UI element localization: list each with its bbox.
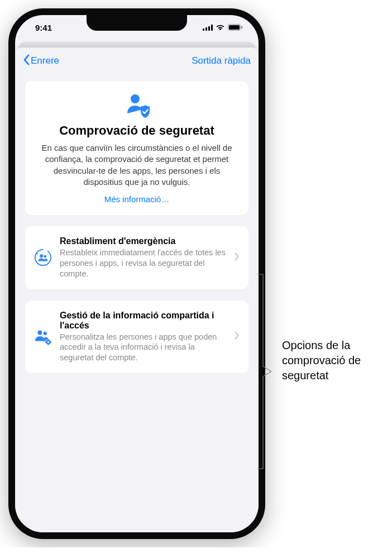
more-info-link[interactable]: Més informació… — [36, 194, 237, 204]
modal-sheet: Enrere Sortida ràpida — [15, 47, 259, 532]
svg-rect-0 — [203, 28, 204, 31]
svg-point-9 — [40, 254, 43, 258]
quick-exit-button[interactable]: Sortida ràpida — [192, 55, 251, 66]
back-button[interactable]: Enrere — [23, 54, 59, 68]
chevron-right-icon — [235, 252, 240, 263]
reset-people-icon — [34, 248, 52, 267]
svg-point-10 — [44, 255, 46, 258]
svg-point-8 — [35, 250, 51, 265]
svg-point-12 — [44, 332, 47, 335]
annotation: Opcions de la comprovació de seguretat — [265, 8, 384, 383]
svg-rect-6 — [241, 26, 242, 29]
callout-text: Opcions de la comprovació de seguretat — [282, 338, 384, 383]
svg-point-11 — [37, 330, 42, 335]
hero-description: En cas que canviïn les circumstàncies o … — [36, 142, 237, 188]
option-description: Personalitza les persones i apps que pod… — [60, 332, 227, 364]
status-icons — [203, 24, 243, 31]
svg-rect-3 — [211, 25, 213, 31]
people-gear-icon — [34, 328, 52, 346]
notch — [87, 15, 187, 31]
chevron-right-icon — [235, 331, 240, 342]
option-description: Restableix immediatament l'accés de tote… — [60, 247, 227, 279]
hero-card: Comprovació de seguretat En cas que canv… — [25, 81, 248, 215]
status-time: 9:41 — [35, 23, 52, 32]
svg-rect-17 — [48, 344, 49, 345]
content-area: Comprovació de seguretat En cas que canv… — [15, 74, 259, 391]
back-label: Enrere — [31, 55, 59, 66]
phone-screen: 9:41 — [15, 15, 259, 532]
callout-bracket-icon — [257, 274, 272, 469]
option-title: Restabliment d'emergència — [60, 236, 227, 246]
svg-point-7 — [131, 94, 140, 103]
svg-rect-16 — [48, 339, 49, 340]
battery-icon — [228, 24, 243, 31]
option-body: Gestió de la informació compartida i l'a… — [60, 311, 227, 364]
svg-rect-1 — [205, 27, 207, 31]
option-title: Gestió de la informació compartida i l'a… — [60, 311, 227, 331]
svg-rect-5 — [229, 25, 240, 30]
manage-sharing-option[interactable]: Gestió de la informació compartida i l'a… — [25, 301, 248, 374]
chevron-left-icon — [23, 54, 30, 68]
option-body: Restabliment d'emergència Restableix imm… — [60, 236, 227, 279]
nav-bar: Enrere Sortida ràpida — [15, 47, 259, 74]
page-title: Comprovació de seguretat — [36, 123, 237, 138]
person-shield-icon — [36, 92, 237, 118]
cellular-signal-icon — [203, 25, 213, 31]
phone-frame: 9:41 — [8, 8, 265, 539]
svg-point-15 — [47, 341, 49, 343]
svg-rect-2 — [208, 26, 210, 31]
emergency-reset-option[interactable]: Restabliment d'emergència Restableix imm… — [25, 226, 248, 289]
wifi-icon — [216, 24, 225, 31]
